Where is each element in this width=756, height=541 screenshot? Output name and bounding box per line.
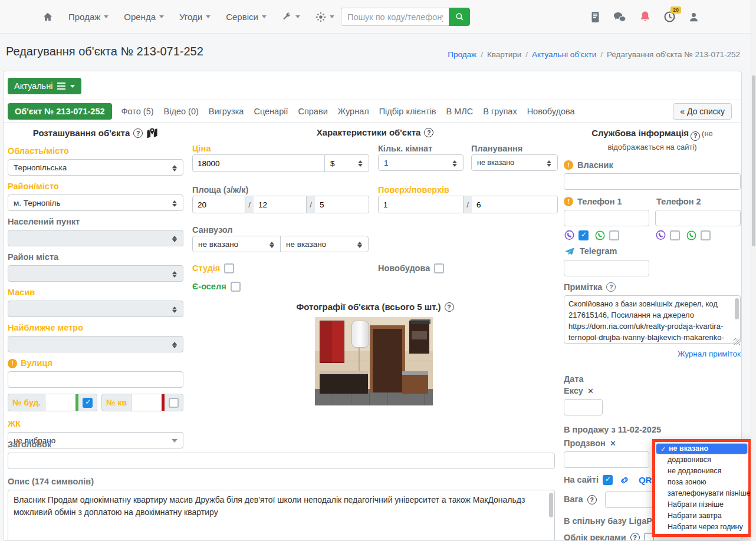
chevron-down-icon (262, 15, 267, 21)
tab-journal[interactable]: Журнал (337, 104, 370, 118)
menu-services[interactable]: Сервіси (226, 12, 267, 22)
phone1-whatsapp-checkbox[interactable] (609, 230, 619, 240)
clear-icon[interactable] (587, 387, 594, 395)
help-icon[interactable] (445, 302, 454, 312)
qr-link[interactable]: QR (639, 475, 652, 485)
bathroom-select-2[interactable]: не вказано (280, 236, 369, 252)
settings-menu[interactable] (315, 12, 334, 22)
studio-row: Студія (192, 263, 234, 273)
headline-input[interactable] (8, 453, 555, 469)
photo-watermark (410, 319, 430, 324)
on-site-checkbox[interactable] (603, 475, 613, 485)
history-clock-icon[interactable]: 20 (663, 11, 676, 23)
owner-input[interactable] (564, 173, 741, 190)
tab-groups[interactable]: В групах (482, 104, 517, 118)
tab-object[interactable]: Об'єкт № 213-071-252 (8, 103, 112, 120)
apartment-visible-checkbox[interactable] (169, 398, 179, 408)
massif-label: Масив (8, 288, 183, 298)
building-number-input[interactable] (45, 394, 75, 411)
clear-icon[interactable] (610, 439, 616, 448)
layout-select[interactable]: не вказано (471, 154, 558, 171)
status-option[interactable]: додзвонився (655, 454, 748, 466)
currency-select[interactable]: $ (325, 154, 369, 172)
area-kitchen-input[interactable] (315, 196, 369, 213)
page-scrollbar[interactable] (751, 0, 756, 541)
search-button[interactable] (449, 8, 470, 26)
phone2-viber-checkbox[interactable] (670, 230, 680, 240)
actual-status-button[interactable]: Актуальні (8, 78, 81, 94)
home-icon[interactable] (42, 12, 53, 22)
menu-sale[interactable]: Продаж (68, 12, 109, 22)
help-icon[interactable] (691, 131, 700, 141)
phone1-viber-checkbox[interactable] (578, 230, 589, 240)
exclusive-date-input[interactable] (564, 399, 603, 415)
status-option[interactable]: не додзвонився (655, 466, 748, 477)
status-option[interactable]: Набрати через годину (655, 522, 748, 533)
object-photo[interactable] (315, 317, 433, 405)
breadcrumb-sale[interactable]: Продаж (448, 50, 476, 59)
menu-deals[interactable]: Угоди (179, 12, 211, 22)
help-icon[interactable] (133, 128, 143, 138)
tab-photos[interactable]: Фото (5) (121, 104, 155, 118)
breadcrumb-actual-objects[interactable]: Актуальні об'єкти (532, 50, 596, 59)
status-option[interactable]: Набрати пізніше (655, 499, 748, 510)
help-icon[interactable] (606, 282, 616, 292)
search-input[interactable] (341, 8, 449, 26)
tab-client-match[interactable]: Підбір клієнтів (379, 104, 437, 118)
back-to-list-button[interactable]: « До списку (673, 103, 732, 120)
note-textarea[interactable]: Скопійовано з бази зовнішніх джерел, код… (564, 295, 741, 344)
tab-upload[interactable]: Вигрузка (208, 104, 245, 118)
user-profile-icon[interactable] (688, 11, 699, 23)
notifications-bell-icon[interactable] (639, 11, 651, 23)
phone2-whatsapp-checkbox[interactable] (701, 230, 711, 240)
textarea-resize-handle[interactable] (734, 338, 740, 345)
tab-newbuild[interactable]: Новобудова (527, 104, 576, 118)
tab-tasks[interactable]: Справи (297, 104, 328, 118)
select-arrows-icon (358, 158, 364, 168)
bathroom-value-2: не вказано (286, 240, 326, 249)
newbuild-checkbox[interactable] (434, 263, 444, 273)
area-living-input[interactable] (254, 196, 307, 213)
notes-journal-link[interactable]: Журнал приміток (678, 349, 741, 358)
apartment-number-input[interactable] (131, 394, 162, 411)
price-input[interactable] (192, 154, 325, 172)
help-icon[interactable] (630, 533, 640, 541)
map-icon[interactable] (146, 127, 158, 138)
page: Продаж Оренда Угоди Сервіси ? (0, 0, 756, 541)
menu-rent[interactable]: Оренда (124, 12, 164, 22)
floor-input[interactable] (378, 196, 464, 213)
textarea-scrollbar-thumb[interactable] (549, 493, 553, 517)
eoselia-checkbox[interactable] (231, 282, 241, 292)
tools-menu[interactable] (282, 12, 300, 22)
rooms-select[interactable]: 1 (378, 154, 464, 171)
status-option[interactable]: зателефонувати пізніше (655, 488, 748, 499)
district-select[interactable]: м. Тернопіль (8, 194, 183, 211)
bathroom-select-1[interactable]: не вказано (192, 236, 281, 252)
tab-scenarios[interactable]: Сценарії (253, 104, 288, 118)
floors-total-input[interactable] (472, 196, 558, 213)
street-field: Вулиця (8, 358, 183, 388)
call-input[interactable] (564, 451, 649, 468)
building-visible-checkbox[interactable] (83, 398, 93, 408)
journal-icon[interactable] (590, 11, 600, 23)
help-icon[interactable] (424, 128, 433, 137)
messages-icon[interactable] (613, 11, 627, 23)
telegram-input[interactable] (564, 260, 649, 276)
description-textarea[interactable]: Власник Продам однокімнатну квартиру мас… (8, 490, 555, 541)
link-icon[interactable] (619, 475, 630, 486)
help-icon[interactable] (587, 495, 597, 504)
area-total-input[interactable] (192, 196, 245, 213)
studio-checkbox[interactable] (224, 263, 234, 273)
phone1-input[interactable] (564, 210, 649, 226)
textarea-scrollbar-thumb[interactable] (735, 298, 739, 319)
tab-mls[interactable]: В МЛС (446, 104, 474, 118)
street-input[interactable] (8, 371, 183, 388)
breadcrumb: Продаж/ Квартири/ Актуальні об'єкти/ Ред… (448, 50, 740, 59)
status-option[interactable]: поза зоною (655, 477, 748, 488)
region-select[interactable]: Тернопільська (8, 159, 183, 176)
status-option[interactable]: Набрати завтра (655, 510, 748, 522)
tab-video[interactable]: Відео (0) (163, 104, 199, 118)
scrollbar-thumb[interactable] (752, 75, 755, 246)
status-option-selected[interactable]: не вказано (656, 443, 748, 454)
phone2-input[interactable] (655, 210, 741, 226)
